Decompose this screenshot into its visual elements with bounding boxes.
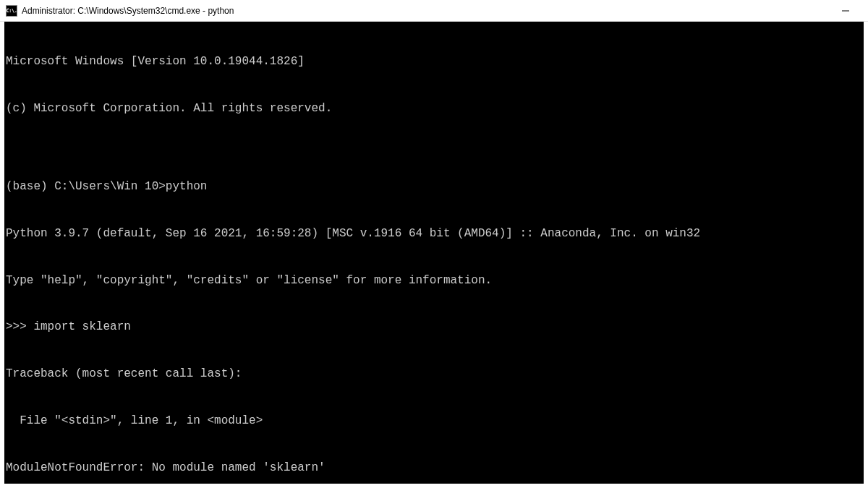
window-title: Administrator: C:\Windows\System32\cmd.e… bbox=[22, 6, 829, 16]
terminal-line: Traceback (most recent call last): bbox=[6, 367, 862, 382]
titlebar[interactable]: C:\. Administrator: C:\Windows\System32\… bbox=[0, 0, 868, 22]
cmd-window: C:\. Administrator: C:\Windows\System32\… bbox=[0, 0, 868, 488]
terminal-line: Python 3.9.7 (default, Sep 16 2021, 16:5… bbox=[6, 226, 862, 242]
minimize-icon bbox=[842, 7, 849, 14]
terminal-line: Type "help", "copyright", "credits" or "… bbox=[6, 273, 862, 289]
terminal-line: Microsoft Windows [Version 10.0.19044.18… bbox=[6, 54, 862, 70]
cmd-icon: C:\. bbox=[6, 5, 17, 17]
terminal-line: File "<stdin>", line 1, in <module> bbox=[6, 414, 862, 429]
terminal-output[interactable]: Microsoft Windows [Version 10.0.19044.18… bbox=[4, 22, 864, 484]
terminal-line: ModuleNotFoundError: No module named 'sk… bbox=[6, 461, 862, 476]
window-controls bbox=[829, 0, 862, 22]
terminal-line: (c) Microsoft Corporation. All rights re… bbox=[6, 101, 862, 117]
minimize-button[interactable] bbox=[829, 0, 862, 22]
terminal-line: (base) C:\Users\Win 10>python bbox=[6, 179, 862, 195]
terminal-line: >>> import sklearn bbox=[6, 320, 862, 335]
